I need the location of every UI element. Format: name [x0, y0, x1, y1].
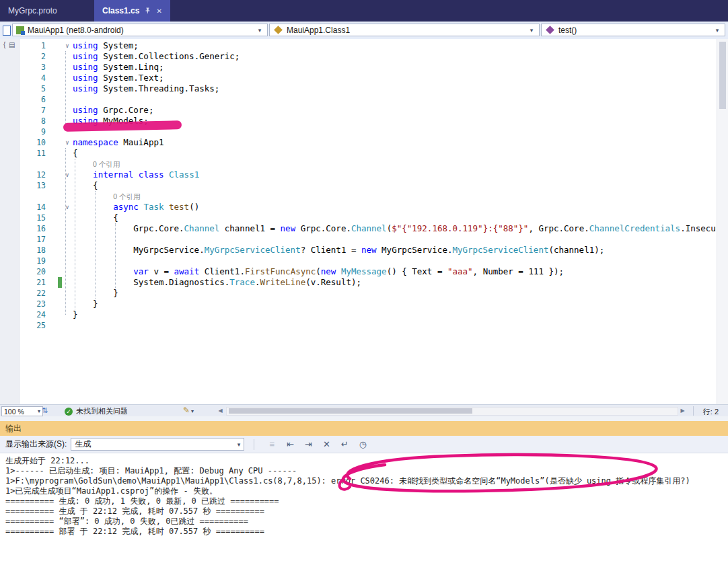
line-number[interactable]: 1 [0, 40, 46, 51]
document-health-indicator[interactable]: ✓ 未找到相关问题 [65, 406, 128, 416]
code-line[interactable]: 6 [0, 94, 717, 105]
code-line[interactable]: 21 System.Diagnostics.Trace.WriteLine(v.… [0, 277, 717, 288]
tab-label: MyGrpc.proto [8, 6, 57, 15]
codelens-line[interactable]: 0 个引用 [0, 159, 717, 169]
messages-filter-icon[interactable]: ≡ [264, 439, 279, 449]
code-editor[interactable]: { ▤ 1∨using System;2using System.Collect… [0, 39, 717, 404]
close-icon[interactable]: ✕ [156, 7, 161, 15]
output-panel-header[interactable]: 输出 [0, 421, 728, 436]
code-line[interactable]: 7using Grpc.Core; [0, 105, 717, 116]
line-number[interactable]: 17 [0, 234, 46, 245]
output-source-dropdown[interactable]: 生成 ▾ [71, 438, 244, 451]
code-line[interactable]: 25 [0, 320, 717, 331]
code-line[interactable]: 13 { [0, 180, 717, 191]
output-line[interactable]: 1>已完成生成项目“MauiApp1.csproj”的操作 - 失败。 [5, 486, 728, 496]
line-number[interactable]: 13 [0, 180, 46, 191]
output-line[interactable]: ========== 生成 于 22:12 完成, 耗时 07.557 秒 ==… [5, 506, 728, 517]
code-line[interactable]: 2using System.Collections.Generic; [0, 51, 717, 62]
horizontal-scrollbar-thumb[interactable] [229, 408, 472, 414]
code-line[interactable]: 11{ [0, 148, 717, 159]
output-line[interactable]: 1>------ 已启动生成: 项目: MauiApp1, 配置: Debug … [5, 466, 728, 476]
line-number[interactable]: 16 [0, 223, 46, 234]
tab-class1-cs[interactable]: Class1.cs ✕ [94, 0, 170, 22]
code-line[interactable]: 16 Grpc.Core.Channel channel1 = new Grpc… [0, 223, 717, 234]
fold-margin [62, 277, 73, 288]
code-line[interactable]: 15 { [0, 213, 717, 223]
code-line[interactable]: 18 MyGrpcService.MyGrpcServiceClient? Cl… [0, 245, 717, 256]
output-toolbar: 显示输出来源(S): 生成 ▾ ≡ ⇤ ⇥ ✕ ↵ ◷ [0, 436, 728, 453]
line-number[interactable]: 20 [0, 266, 46, 277]
line-number[interactable]: 5 [0, 83, 46, 94]
code-line[interactable]: 5using System.Threading.Tasks; [0, 83, 717, 94]
codelens-line[interactable]: 0 个引用 [0, 191, 717, 202]
line-number[interactable] [0, 191, 46, 202]
code-text: using System.Text; [73, 73, 163, 83]
output-line[interactable]: ========== “部署”: 0 成功, 0 失败, 0已跳过 ======… [5, 517, 728, 527]
fold-chevron-icon[interactable]: ∨ [62, 202, 73, 213]
output-log[interactable]: 生成开始于 22:12...1>------ 已启动生成: 项目: MauiAp… [0, 453, 728, 571]
code-line[interactable]: 12∨ internal class Class1 [0, 169, 717, 180]
line-number[interactable]: 9 [0, 126, 46, 137]
code-line[interactable]: 1∨using System; [0, 40, 717, 51]
code-line[interactable]: 3using System.Linq; [0, 62, 717, 73]
line-number[interactable]: 19 [0, 256, 46, 266]
line-number[interactable]: 23 [0, 299, 46, 309]
vertical-scrollbar[interactable] [717, 39, 728, 404]
code-cleanup-button[interactable]: ✎▾ [183, 406, 194, 415]
code-line[interactable]: 22 } [0, 288, 717, 299]
code-line[interactable]: 17 [0, 234, 717, 245]
scroll-right-icon[interactable]: ▶ [678, 407, 687, 415]
member-dropdown[interactable]: test() ▾ [541, 24, 725, 36]
line-number[interactable]: 14 [0, 202, 46, 213]
pin-icon[interactable] [145, 7, 151, 15]
vertical-scrollbar-thumb[interactable] [719, 42, 726, 109]
code-line[interactable]: 23 } [0, 299, 717, 309]
code-line[interactable]: 19 [0, 256, 717, 266]
line-number[interactable]: 4 [0, 73, 46, 83]
sync-icon[interactable]: ⇅ [42, 406, 48, 415]
output-line[interactable]: ========== 生成: 0 成功, 1 失败, 0 最新, 0 已跳过 =… [5, 496, 728, 506]
code-line[interactable]: 24} [0, 309, 717, 320]
next-message-icon[interactable]: ⇥ [301, 439, 316, 449]
project-dropdown[interactable]: MauiApp1 (net8.0-android) ▾ [12, 24, 268, 36]
type-dropdown[interactable]: MauiApp1.Class1 ▾ [269, 24, 540, 36]
line-number[interactable]: 24 [0, 309, 46, 320]
line-number[interactable]: 18 [0, 245, 46, 256]
clear-all-icon[interactable]: ✕ [319, 439, 334, 449]
code-line[interactable]: 4using System.Text; [0, 73, 717, 83]
fold-chevron-icon[interactable]: ∨ [62, 169, 73, 180]
code-line[interactable]: 20 var v = await Client1.FirstFuncAsync(… [0, 266, 717, 277]
code-line[interactable]: 10∨namespace MauiApp1 [0, 137, 717, 148]
fold-chevron-icon[interactable]: ∨ [62, 137, 73, 148]
fold-margin [62, 213, 73, 223]
scroll-left-icon[interactable]: ◀ [216, 407, 225, 415]
line-number[interactable]: 10 [0, 137, 46, 148]
fold-chevron-icon[interactable]: ∨ [62, 40, 73, 51]
line-number[interactable]: 2 [0, 51, 46, 62]
output-line[interactable]: 生成开始于 22:12... [5, 456, 728, 466]
line-number[interactable] [0, 159, 46, 169]
code-line[interactable]: 14∨ async Task test() [0, 202, 717, 213]
zoom-dropdown[interactable]: 100 % ▾ [1, 406, 43, 416]
line-number[interactable]: 8 [0, 116, 46, 126]
horizontal-scrollbar[interactable] [226, 407, 678, 416]
fold-margin [62, 83, 73, 94]
output-line[interactable]: 1>F:\myprogram\GoldSun\demo\MauiApp1\Mau… [5, 476, 728, 486]
line-number[interactable]: 7 [0, 105, 46, 116]
output-line[interactable]: ========== 部署 于 22:12 完成, 耗时 07.557 秒 ==… [5, 527, 728, 537]
word-wrap-icon[interactable]: ↵ [337, 439, 352, 449]
line-number[interactable]: 21 [0, 277, 46, 288]
timestamp-icon[interactable]: ◷ [355, 439, 370, 449]
line-number[interactable]: 3 [0, 62, 46, 73]
health-text: 未找到相关问题 [76, 406, 128, 416]
line-number[interactable]: 22 [0, 288, 46, 299]
line-number[interactable]: 15 [0, 213, 46, 223]
panel-splitter[interactable] [0, 416, 728, 421]
editor-status-row: 100 % ▾ ⇅ ✓ 未找到相关问题 ✎▾ ◀ ▶ 行: 2 [0, 404, 728, 417]
tab-mygrpc-proto[interactable]: MyGrpc.proto [0, 0, 90, 22]
line-number[interactable]: 25 [0, 320, 46, 331]
line-number[interactable]: 6 [0, 94, 46, 105]
line-number[interactable]: 11 [0, 148, 46, 159]
previous-message-icon[interactable]: ⇤ [283, 439, 297, 449]
line-number[interactable]: 12 [0, 169, 46, 180]
